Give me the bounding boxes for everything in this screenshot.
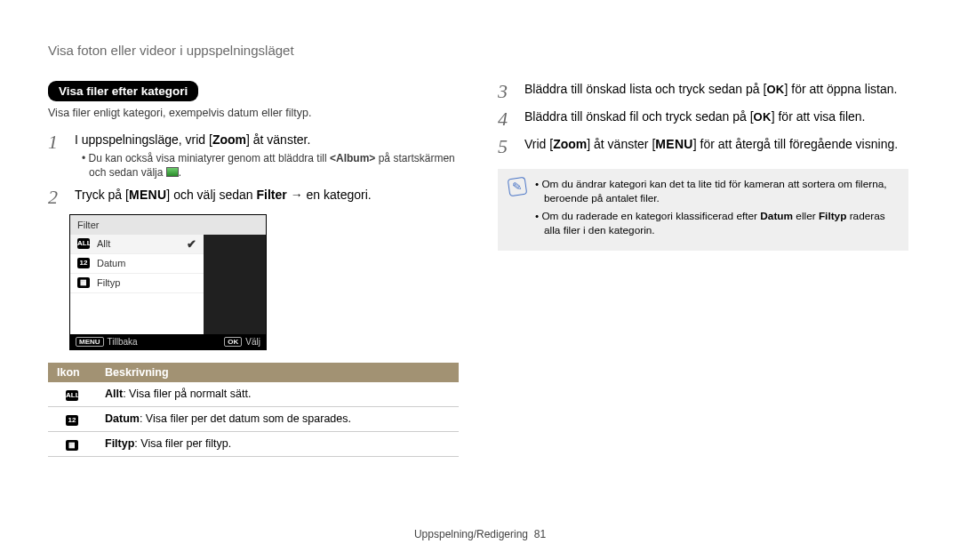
step-4: 4 Bläddra till önskad fil och tryck seda… <box>498 108 908 129</box>
all-icon: ALL <box>77 238 90 249</box>
list-item: 12 Datum <box>70 254 204 274</box>
page-footer: Uppspelning/Redigering 81 <box>0 528 960 540</box>
filter-bold: Filter <box>257 188 287 202</box>
item-label: Filtyp <box>97 277 120 288</box>
step-body: Vrid [Zoom] åt vänster [MENU] för att åt… <box>524 136 908 154</box>
ok-label: OK <box>754 110 772 124</box>
text: ] åt vänster. <box>246 132 310 147</box>
camera-header: Filter <box>70 215 266 235</box>
sub-bullet: Du kan också visa miniatyrer genom att b… <box>75 151 459 180</box>
text: Om du raderade en kategori klassificerad… <box>541 210 760 222</box>
step-number: 2 <box>48 188 68 207</box>
ok-label: OK <box>766 83 784 96</box>
list-item: ALL Allt ✔ <box>70 235 204 254</box>
item-label: Allt <box>97 238 110 249</box>
text: eller <box>793 210 819 222</box>
section-pill: Visa filer efter kategori <box>48 81 198 101</box>
item-label: Datum <box>97 258 125 268</box>
ok-pill-icon: OK <box>224 337 242 347</box>
text: Du kan också visa miniatyrer genom att b… <box>89 152 330 164</box>
note-item: Om du raderade en kategori klassificerad… <box>535 210 898 238</box>
calendar-icon: 12 <box>77 258 90 268</box>
filetype-icon: ▦ <box>77 277 90 288</box>
page-title: Visa foton eller videor i uppspelningslä… <box>48 43 912 58</box>
text: → en kategori. <box>287 188 372 202</box>
step-body: Tryck på [MENU] och välj sedan Filter → … <box>75 187 459 204</box>
zoom-label: Zoom <box>553 137 587 151</box>
step-2: 2 Tryck på [MENU] och välj sedan Filter … <box>48 187 459 207</box>
row-title: Filtyp <box>105 437 134 450</box>
two-column-layout: Visa filer efter kategori Visa filer enl… <box>48 81 912 457</box>
step-body: I uppspelningsläge, vrid [Zoom] åt vänst… <box>75 132 459 180</box>
text: Bläddra till önskad lista och tryck seda… <box>524 82 766 96</box>
row-title: Datum <box>105 412 140 425</box>
table-row: ▦ Filtyp: Visa filer per filtyp. <box>48 431 459 456</box>
left-column: Visa filer efter kategori Visa filer enl… <box>48 81 459 457</box>
step-1: 1 I uppspelningsläge, vrid [Zoom] åt vän… <box>48 132 459 180</box>
row-text: : Visa filer per det datum som de sparad… <box>140 412 351 425</box>
calendar-icon: 12 <box>66 415 78 426</box>
text: Tryck på [ <box>75 188 129 202</box>
note-list: Om du ändrar kategori kan det ta lite ti… <box>535 178 898 242</box>
table-row: 12 Datum: Visa filer per det datum som d… <box>48 406 459 431</box>
row-text: : Visa filer per filtyp. <box>134 437 231 450</box>
table-row: ALL Allt: Visa filer på normalt sätt. <box>48 382 459 407</box>
text: ] för att öppna listan. <box>784 82 897 96</box>
text: ] för att återgå till föregående visning… <box>693 137 898 151</box>
step-5: 5 Vrid [Zoom] åt vänster [MENU] för att … <box>498 136 908 156</box>
bold: Datum <box>760 210 793 222</box>
camera-list: ALL Allt ✔ 12 Datum ▦ Filtyp <box>70 235 204 334</box>
step-number: 5 <box>498 137 517 156</box>
row-title: Allt <box>105 388 123 400</box>
table-header: Beskrivning <box>96 363 459 382</box>
footer-section: Uppspelning/Redigering <box>414 528 528 540</box>
camera-dark-area <box>204 235 266 334</box>
note-icon: ✎ <box>508 177 528 197</box>
check-icon: ✔ <box>187 237 196 251</box>
select-label: Välj <box>245 337 260 347</box>
album-bold: <Album> <box>330 152 375 164</box>
text: ] för att visa filen. <box>772 109 866 124</box>
menu-pill-icon: MENU <box>76 337 104 347</box>
camera-footer: MENU Tillbaka OK Välj <box>70 334 266 349</box>
step-number: 4 <box>498 109 517 129</box>
camera-ui-preview: Filter ALL Allt ✔ 12 Datum ▦ Filtyp <box>69 214 267 350</box>
back-label: Tillbaka <box>108 337 138 347</box>
table-header: Ikon <box>48 363 96 382</box>
bold: Filtyp <box>819 210 846 222</box>
text: ] och välj sedan <box>166 188 256 202</box>
zoom-label: Zoom <box>212 132 246 147</box>
text: ] åt vänster [ <box>587 137 655 151</box>
camera-body: ALL Allt ✔ 12 Datum ▦ Filtyp <box>70 235 266 334</box>
text: I uppspelningsläge, vrid [ <box>75 132 212 147</box>
filetype-icon: ▦ <box>66 440 78 451</box>
text: Bläddra till önskad fil och tryck sedan … <box>524 109 754 124</box>
footer-page: 81 <box>534 528 546 540</box>
step-number: 3 <box>498 82 517 101</box>
step-body: Bläddra till önskad lista och tryck seda… <box>524 81 908 99</box>
menu-label: MENU <box>129 188 166 202</box>
text: Vrid [ <box>524 137 553 151</box>
note-item: Om du ändrar kategori kan det ta lite ti… <box>535 178 898 206</box>
album-icon <box>166 167 179 177</box>
note-box: ✎ Om du ändrar kategori kan det ta lite … <box>498 169 908 251</box>
all-icon: ALL <box>66 390 78 401</box>
right-column: 3 Bläddra till önskad lista och tryck se… <box>498 81 908 457</box>
menu-label: MENU <box>655 137 692 151</box>
list-item: ▦ Filtyp <box>70 274 204 293</box>
step-number: 1 <box>48 132 68 152</box>
step-3: 3 Bläddra till önskad lista och tryck se… <box>498 81 908 101</box>
table-header-row: Ikon Beskrivning <box>48 363 459 382</box>
section-subtext: Visa filer enligt kategori, exempelvis d… <box>48 107 459 119</box>
step-body: Bläddra till önskad fil och tryck sedan … <box>524 108 908 126</box>
text: . <box>179 166 181 179</box>
icon-table: Ikon Beskrivning ALL Allt: Visa filer på… <box>48 363 459 457</box>
row-text: : Visa filer på normalt sätt. <box>123 388 251 400</box>
